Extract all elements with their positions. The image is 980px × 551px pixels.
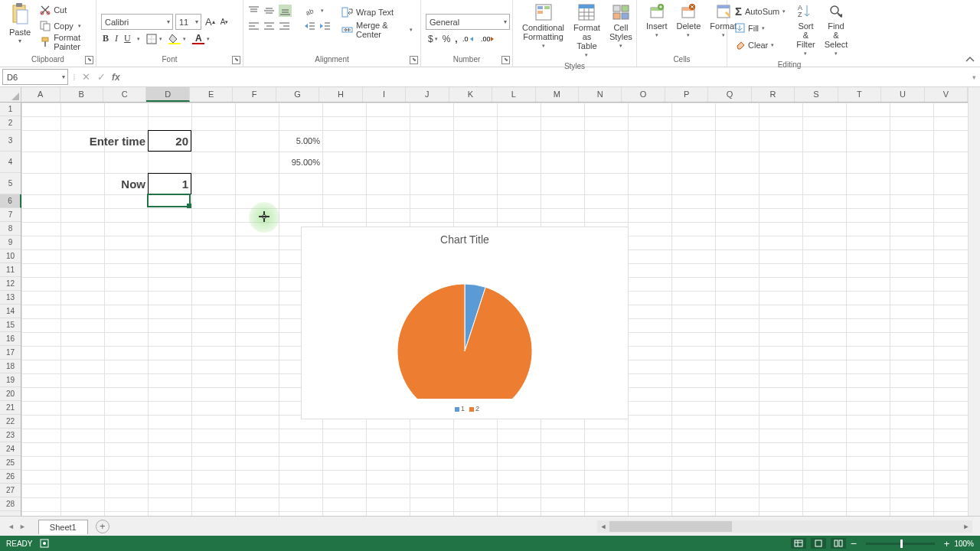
row-header-18[interactable]: 18 <box>0 360 21 373</box>
normal-view-button[interactable] <box>791 538 806 549</box>
align-left-button[interactable] <box>248 21 260 31</box>
row-header-10[interactable]: 10 <box>0 249 21 263</box>
grow-font-button[interactable]: A▴ <box>204 16 217 28</box>
accounting-button[interactable]: $ <box>428 34 433 44</box>
col-header-D[interactable]: D <box>146 87 189 102</box>
col-header-P[interactable]: P <box>665 87 708 102</box>
row-header-7[interactable]: 7 <box>0 208 21 222</box>
cell-C3[interactable]: Enter time <box>60 130 148 152</box>
col-header-B[interactable]: B <box>60 87 103 102</box>
underline-button[interactable]: U <box>124 33 131 44</box>
embedded-chart[interactable]: Chart Title 12 <box>301 227 629 419</box>
orientation-button[interactable]: ab <box>305 5 317 16</box>
macro-record-icon[interactable] <box>40 539 49 548</box>
alignment-launcher[interactable]: ⬊ <box>410 56 418 64</box>
cells-area[interactable]: Enter time20Now15.00%95.00%Chart Title 1… <box>21 103 968 516</box>
clipboard-launcher[interactable]: ⬊ <box>85 56 93 64</box>
align-right-button[interactable] <box>279 21 290 31</box>
row-header-25[interactable]: 25 <box>0 456 21 470</box>
align-center-button[interactable] <box>263 21 275 31</box>
collapse-ribbon-button[interactable] <box>965 56 975 64</box>
col-header-F[interactable]: F <box>233 87 276 102</box>
row-header-17[interactable]: 17 <box>0 346 21 360</box>
zoom-out-button[interactable]: − <box>851 537 857 549</box>
font-size-select[interactable]: 11▾ <box>175 14 201 30</box>
row-header-12[interactable]: 12 <box>0 277 21 291</box>
cell-D5[interactable]: 1 <box>148 173 191 194</box>
row-header-26[interactable]: 26 <box>0 470 21 484</box>
vertical-scrollbar[interactable] <box>968 87 980 516</box>
col-header-N[interactable]: N <box>579 87 622 102</box>
zoom-slider[interactable] <box>866 543 935 545</box>
merge-center-button[interactable]: Merge & Center▾ <box>338 21 416 37</box>
sort-filter-button[interactable]: AZSort & Filter▾ <box>792 2 819 60</box>
row-header-6[interactable]: 6 <box>0 194 21 208</box>
col-header-E[interactable]: E <box>190 87 233 102</box>
shrink-font-button[interactable]: A▾ <box>219 18 230 26</box>
row-header-5[interactable]: 5 <box>0 173 21 194</box>
row-header-16[interactable]: 16 <box>0 332 21 346</box>
col-header-S[interactable]: S <box>795 87 838 102</box>
delete-cells-button[interactable]: Delete▾ <box>672 2 706 41</box>
cell-C5[interactable]: Now <box>104 173 148 194</box>
new-sheet-button[interactable]: + <box>96 520 109 533</box>
col-header-J[interactable]: J <box>406 87 449 102</box>
col-header-G[interactable]: G <box>276 87 319 102</box>
row-header-4[interactable]: 4 <box>0 152 21 173</box>
row-header-19[interactable]: 19 <box>0 373 21 387</box>
row-header-2[interactable]: 2 <box>0 116 21 130</box>
clear-button[interactable]: Clear▾ <box>732 37 789 53</box>
decrease-indent-button[interactable] <box>304 21 315 31</box>
cancel-formula-button[interactable]: ✕ <box>78 71 93 83</box>
comma-button[interactable]: , <box>455 34 457 44</box>
zoom-in-button[interactable]: + <box>944 538 950 549</box>
increase-indent-button[interactable] <box>319 21 331 31</box>
insert-cells-button[interactable]: Insert▾ <box>642 2 672 41</box>
name-box[interactable]: D6▾ <box>2 69 68 85</box>
cell-D3[interactable]: 20 <box>148 130 191 152</box>
font-launcher[interactable]: ⬊ <box>232 56 240 64</box>
col-header-H[interactable]: H <box>319 87 362 102</box>
row-header-13[interactable]: 13 <box>0 291 21 305</box>
row-header-28[interactable]: 28 <box>0 497 21 511</box>
row-header-27[interactable]: 27 <box>0 484 21 497</box>
cell-G3[interactable]: 5.00% <box>279 130 322 152</box>
font-name-select[interactable]: Calibri▾ <box>101 14 173 30</box>
format-painter-button[interactable]: Format Painter <box>37 34 91 50</box>
align-top-button[interactable] <box>248 5 260 16</box>
font-color-button[interactable]: A <box>192 34 204 44</box>
fill-button[interactable]: Fill▾ <box>732 20 789 36</box>
cut-button[interactable]: Cut <box>37 2 91 18</box>
paste-button[interactable]: Paste ▾ <box>5 2 35 47</box>
pie-chart[interactable] <box>304 253 626 399</box>
col-header-Q[interactable]: Q <box>708 87 751 102</box>
cell-styles-button[interactable]: Cell Styles▾ <box>605 2 637 52</box>
border-button[interactable] <box>146 34 157 44</box>
col-header-I[interactable]: I <box>363 87 406 102</box>
page-break-view-button[interactable] <box>831 538 846 549</box>
horizontal-scrollbar[interactable]: ◄► <box>597 520 972 533</box>
decrease-decimal-button[interactable]: .00 <box>481 34 495 44</box>
row-header-24[interactable]: 24 <box>0 442 21 456</box>
row-header-11[interactable]: 11 <box>0 263 21 277</box>
row-header-22[interactable]: 22 <box>0 415 21 429</box>
col-header-U[interactable]: U <box>881 87 924 102</box>
formula-input[interactable] <box>123 69 968 85</box>
col-header-O[interactable]: O <box>622 87 665 102</box>
row-header-14[interactable]: 14 <box>0 305 21 318</box>
page-layout-view-button[interactable] <box>811 538 826 549</box>
enter-formula-button[interactable]: ✓ <box>93 71 109 83</box>
col-header-K[interactable]: K <box>449 87 492 102</box>
fx-icon[interactable]: fx <box>112 72 120 83</box>
fill-color-button[interactable] <box>168 34 181 44</box>
row-header-8[interactable]: 8 <box>0 222 21 236</box>
bold-button[interactable]: B <box>103 33 109 44</box>
align-middle-button[interactable] <box>263 5 275 16</box>
col-header-V[interactable]: V <box>925 87 968 102</box>
cell-G4[interactable]: 95.00% <box>279 152 322 173</box>
row-header-1[interactable]: 1 <box>0 103 21 116</box>
conditional-formatting-button[interactable]: Conditional Formatting▾ <box>518 2 569 52</box>
col-header-M[interactable]: M <box>536 87 579 102</box>
worksheet-grid[interactable]: ABCDEFGHIJKLMNOPQRSTUV 12345678910111213… <box>0 87 980 516</box>
col-header-A[interactable]: A <box>21 87 60 102</box>
